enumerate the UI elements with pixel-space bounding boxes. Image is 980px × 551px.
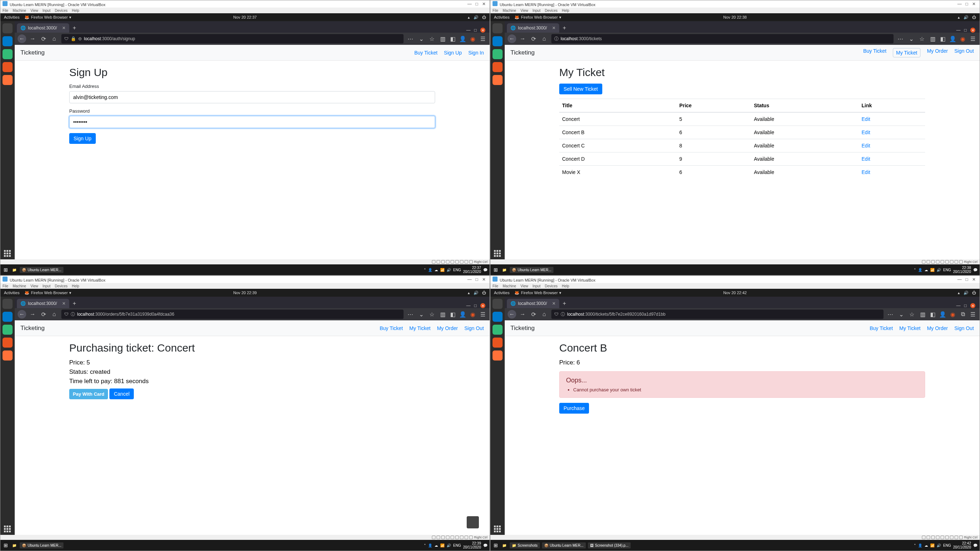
sidebar-icon[interactable]: ◧: [449, 35, 457, 43]
menu-input[interactable]: Input: [42, 9, 50, 13]
nav-my-ticket[interactable]: My Ticket: [893, 48, 920, 57]
show-applications-icon[interactable]: [4, 250, 11, 257]
edit-link[interactable]: Edit: [862, 143, 870, 148]
nav-buy-ticket[interactable]: Buy Ticket: [863, 48, 886, 57]
app-menu[interactable]: Firefox Web Browser: [31, 15, 68, 19]
nav-sign-out[interactable]: Sign Out: [955, 48, 974, 57]
tab-close-icon[interactable]: ✕: [552, 25, 556, 30]
start-button[interactable]: ⊞: [493, 266, 499, 273]
volume-icon[interactable]: 🔊: [474, 15, 479, 20]
tray-volume-icon[interactable]: 🔊: [447, 268, 451, 272]
clock[interactable]: Nov 20 22:39: [233, 291, 256, 295]
dock-settings-icon[interactable]: [493, 62, 503, 72]
menu-devices[interactable]: Devices: [55, 9, 68, 13]
menu-file[interactable]: File: [3, 9, 8, 13]
maximize-button[interactable]: □: [473, 2, 480, 6]
dock-vscode-icon[interactable]: [493, 36, 503, 46]
tray-cloud-icon[interactable]: ☁: [434, 268, 438, 272]
reload-button[interactable]: ⟳: [529, 34, 538, 43]
clock[interactable]: Nov 20 22:38: [723, 15, 746, 19]
activities-button[interactable]: Activities: [494, 15, 509, 19]
new-tab-button[interactable]: +: [559, 23, 570, 33]
new-tab-button[interactable]: +: [69, 23, 80, 33]
clock[interactable]: Nov 20 22:42: [723, 291, 746, 295]
home-button[interactable]: ⌂: [540, 34, 549, 43]
nav-my-ticket[interactable]: My Ticket: [409, 325, 430, 331]
brand[interactable]: Ticketing: [21, 49, 45, 56]
dock-firefox-icon[interactable]: [3, 75, 13, 85]
address-bar[interactable]: 🛡 🔒 ⊖ localhost:3000/auth/signup: [61, 34, 404, 43]
save-pocket-icon[interactable]: ⌄: [417, 35, 425, 43]
signup-button[interactable]: Sign Up: [69, 133, 96, 144]
notifications-icon[interactable]: 💬: [483, 268, 487, 272]
tray-lang-icon[interactable]: ENG: [453, 268, 461, 272]
clock[interactable]: Nov 20 22:37: [233, 15, 256, 19]
tray-people-icon[interactable]: 👤: [428, 268, 432, 272]
nav-my-order[interactable]: My Order: [927, 48, 948, 57]
purchase-button[interactable]: Purchase: [559, 403, 589, 414]
nav-sign-in[interactable]: Sign In: [468, 50, 484, 56]
browser-tab[interactable]: 🌐localhost:3000/✕: [17, 23, 69, 33]
nav-sign-out[interactable]: Sign Out: [465, 325, 484, 331]
library-icon[interactable]: ▥: [439, 35, 447, 43]
back-button[interactable]: ←: [508, 34, 516, 43]
back-button[interactable]: ←: [18, 34, 26, 43]
task-screenshots[interactable]: 📁Screenshots: [510, 542, 540, 548]
password-field[interactable]: [69, 116, 435, 128]
nav-sign-up[interactable]: Sign Up: [444, 50, 462, 56]
tray-up-icon[interactable]: ˄: [424, 268, 426, 272]
dock-settings-icon[interactable]: [3, 62, 13, 72]
email-field[interactable]: [69, 91, 435, 104]
menu-help[interactable]: Help: [72, 9, 79, 13]
menu-machine[interactable]: Machine: [13, 9, 26, 13]
address-bar[interactable]: ⓘ localhost:3000/tickets: [551, 34, 894, 43]
show-applications-icon[interactable]: [494, 250, 501, 257]
nav-buy-ticket[interactable]: Buy Ticket: [380, 325, 403, 331]
forward-button[interactable]: →: [28, 34, 37, 43]
dock-vscode-icon[interactable]: [3, 36, 13, 46]
minimize-button[interactable]: —: [466, 2, 473, 6]
win-close[interactable]: ✕: [480, 28, 485, 33]
nav-my-order[interactable]: My Order: [437, 325, 458, 331]
dock-firefox-icon[interactable]: [493, 75, 503, 85]
nav-sign-out[interactable]: Sign Out: [955, 325, 974, 331]
edit-link[interactable]: Edit: [862, 116, 870, 122]
extension-icon[interactable]: ◉: [469, 35, 477, 43]
close-button[interactable]: ✕: [970, 2, 977, 6]
reload-button[interactable]: ⟳: [39, 34, 48, 43]
browser-tab[interactable]: 🌐localhost:3000/✕: [507, 23, 559, 33]
forward-button[interactable]: →: [518, 34, 527, 43]
maximize-button[interactable]: □: [963, 2, 970, 6]
nav-buy-ticket[interactable]: Buy Ticket: [870, 325, 893, 331]
brand[interactable]: Ticketing: [511, 49, 535, 56]
activities-button[interactable]: Activities: [4, 15, 19, 19]
task-explorer-icon[interactable]: 📁: [11, 266, 18, 273]
account-icon[interactable]: 👤: [459, 35, 467, 43]
sell-new-ticket-button[interactable]: Sell New Ticket: [559, 84, 602, 94]
win-maximize[interactable]: □: [474, 28, 477, 33]
home-button[interactable]: ⌂: [50, 34, 59, 43]
edit-link[interactable]: Edit: [862, 129, 870, 135]
menu-icon[interactable]: ☰: [479, 35, 487, 43]
win-minimize[interactable]: —: [466, 28, 471, 33]
tab-close-icon[interactable]: ✕: [62, 25, 66, 30]
pay-button[interactable]: Pay With Card: [69, 389, 108, 399]
dock-files-icon[interactable]: [493, 23, 503, 33]
task-virtualbox[interactable]: 📦Ubuntu Learn MER...: [20, 267, 64, 273]
close-button[interactable]: ✕: [480, 2, 487, 6]
edit-link[interactable]: Edit: [862, 169, 870, 175]
nav-buy-ticket[interactable]: Buy Ticket: [414, 50, 438, 56]
minimize-button[interactable]: —: [956, 2, 963, 6]
network-icon[interactable]: ▴: [468, 15, 470, 20]
menu-view[interactable]: View: [30, 9, 38, 13]
dock-terminal-icon[interactable]: [493, 49, 503, 59]
dock-terminal-icon[interactable]: [3, 49, 13, 59]
nav-my-order[interactable]: My Order: [927, 325, 948, 331]
cancel-button[interactable]: Cancel: [110, 389, 134, 399]
start-button[interactable]: ⊞: [3, 266, 9, 273]
bookmark-icon[interactable]: ☆: [428, 35, 436, 43]
page-actions-icon[interactable]: ⋯: [406, 35, 414, 43]
power-icon[interactable]: ⏻: [482, 15, 486, 19]
nav-my-ticket[interactable]: My Ticket: [899, 325, 920, 331]
dock-files-icon[interactable]: [3, 23, 13, 33]
